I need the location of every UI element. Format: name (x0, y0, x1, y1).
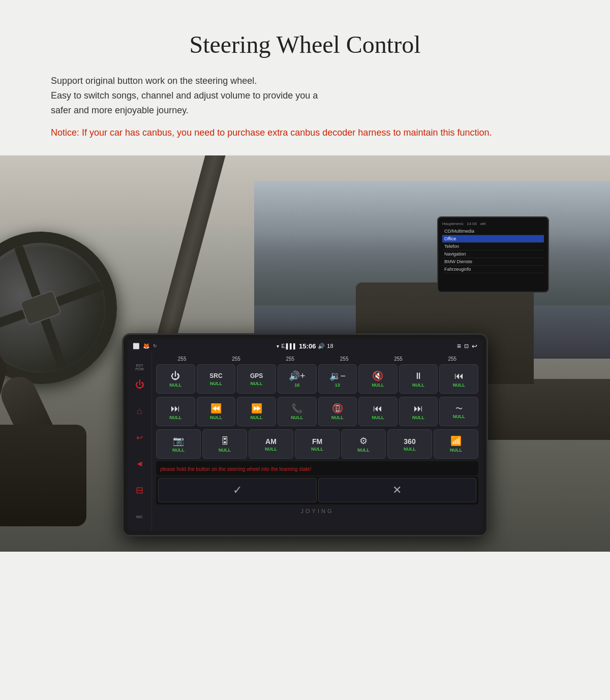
btn-skip-back[interactable]: ⏮ NULL (358, 397, 398, 426)
sb-left: ⬜ 🦊 ↻ (133, 343, 273, 349)
signal-bars: E.▌▌▌ (281, 343, 297, 349)
next-fast-icon: ⏭ (171, 404, 180, 413)
mute-label: NULL (372, 383, 384, 388)
btn-pause[interactable]: ⏸ NULL (399, 364, 438, 394)
fox-icon: 🦊 (143, 343, 150, 349)
rst-pow-group: RST POW ⏻ (132, 359, 148, 393)
next-fast-label: NULL (169, 415, 181, 420)
btn-grid-row2: ⏭ NULL ⏪ NULL ⏩ NULL (154, 395, 480, 428)
btn-mute[interactable]: 🔇 NULL (358, 364, 398, 394)
val-2: 255 (221, 356, 251, 362)
src-cell-label: NULL (210, 381, 222, 386)
val-1: 255 (167, 356, 197, 362)
side-controls: RST POW ⏻ ⌂ ↩ ◄ (128, 353, 152, 531)
rst-pow-label: RST POW (132, 359, 148, 375)
btn-bluetooth[interactable]: 📶 NULL (434, 429, 478, 459)
brand-label: JOYING (154, 506, 480, 516)
vol-down-button[interactable]: ⊟ (132, 482, 148, 498)
status-time: 15:06 (299, 342, 316, 350)
desc-line2: Easy to switch songs, channel and adjust… (51, 90, 318, 101)
vol-down-icon: ⊟ (136, 485, 143, 496)
nav-button[interactable]: ◄ (132, 456, 148, 472)
dash-menu-telefon: Telefon (442, 243, 544, 250)
power-cell-label: NULL (169, 383, 181, 388)
camera-label: NULL (172, 448, 185, 453)
end-call-icon: 📵 (332, 404, 343, 413)
confirm-button[interactable]: ✓ (158, 478, 317, 502)
btn-eq[interactable]: 〜 NULL (439, 397, 478, 426)
prev-label: NULL (453, 383, 465, 388)
btn-am[interactable]: AM NULL (249, 429, 293, 459)
rewind-icon: ⏪ (210, 404, 222, 413)
power-icon: ⏻ (135, 379, 144, 390)
vol-up-icon: 🔊+ (289, 371, 306, 380)
vol-down-cell-icon: 🔉− (329, 371, 346, 380)
btn-vol-down-cell[interactable]: 🔉− 13 (318, 364, 357, 394)
bmw-display-inner: Hauptmenü 14:04 afri CD/Multimedia Offic… (438, 217, 548, 292)
src-cell-icon: SRC (209, 373, 222, 379)
btn-call[interactable]: 📞 NULL (278, 397, 317, 426)
skip-back-label: NULL (372, 415, 384, 420)
sb-center: ▾ E.▌▌▌ 15:06 🔊 18 (277, 342, 333, 350)
power-cell-icon: ⏻ (171, 371, 180, 380)
cancel-icon: ✕ (392, 484, 402, 497)
volume-icon-sb: 🔊 (318, 343, 325, 349)
val-3: 255 (275, 356, 306, 362)
menu-icon-sb[interactable]: ≡ (457, 342, 461, 350)
main-area: RST POW ⏻ ⌂ ↩ ◄ (128, 353, 482, 531)
end-call-label: NULL (331, 415, 344, 420)
btn-power[interactable]: ⏻ NULL (156, 364, 195, 394)
settings-label: NULL (357, 448, 370, 453)
skip-back-icon: ⏮ (373, 404, 382, 413)
fm-label: NULL (311, 447, 323, 452)
skip-fwd-icon: ⏭ (414, 404, 423, 413)
btn-360[interactable]: 360 NULL (387, 429, 432, 459)
btn-rewind[interactable]: ⏪ NULL (197, 397, 236, 426)
eq2-icon: 🎛 (220, 436, 229, 446)
btn-camera[interactable]: 📷 NULL (156, 429, 201, 459)
nav-icon: ◄ (136, 459, 144, 468)
btn-skip-fwd[interactable]: ⏭ NULL (399, 397, 438, 426)
window-icon-sb[interactable]: ⊡ (464, 343, 469, 349)
eq-label: NULL (453, 414, 465, 419)
btn-gps[interactable]: GPS NULL (237, 364, 276, 394)
back-button[interactable]: ↩ (132, 429, 148, 446)
prev-icon: ⏮ (454, 371, 464, 380)
btn-prev[interactable]: ⏮ NULL (439, 364, 478, 394)
cancel-button[interactable]: ✕ (318, 478, 477, 502)
power-button[interactable]: ⏻ (132, 376, 148, 393)
btn-end-call[interactable]: 📵 NULL (318, 397, 357, 426)
btn-settings[interactable]: ⚙ NULL (341, 429, 386, 459)
page-title: Steering Wheel Control (51, 30, 559, 58)
btn-eq2[interactable]: 🎛 NULL (202, 429, 247, 459)
sb-right: ≡ ⊡ ↩ (337, 342, 477, 350)
action-row: ✓ ✕ (156, 476, 478, 504)
btn-next-fast[interactable]: ⏭ NULL (156, 397, 195, 426)
am-label: NULL (265, 447, 277, 452)
bmw-display: Hauptmenü 14:04 afri CD/Multimedia Offic… (437, 216, 549, 293)
notice-bar-text: please hold the button on the steering w… (160, 466, 311, 472)
head-unit: ⬜ 🦊 ↻ ▾ E.▌▌▌ 15:06 🔊 18 ≡ ⊡ ↩ (122, 333, 488, 536)
top-section: Steering Wheel Control Support original … (0, 0, 610, 155)
head-unit-wrapper: ⬜ 🦊 ↻ ▾ E.▌▌▌ 15:06 🔊 18 ≡ ⊡ ↩ (122, 333, 488, 536)
status-bar: ⬜ 🦊 ↻ ▾ E.▌▌▌ 15:06 🔊 18 ≡ ⊡ ↩ (128, 339, 482, 353)
back-icon-sb[interactable]: ↩ (472, 342, 477, 350)
am-text: AM (265, 437, 277, 446)
pause-label: NULL (412, 383, 424, 388)
rst-pow-text: RST POW (132, 364, 148, 371)
dash-menu-fz: Fahrzeuginfo (442, 266, 544, 273)
desc-line3: safer and more enjoyable journey. (51, 105, 189, 115)
vol-up-label: 16 (294, 383, 299, 388)
refresh-icon: ↻ (153, 343, 157, 348)
back-icon: ↩ (136, 433, 143, 442)
settings-icon: ⚙ (359, 436, 368, 446)
360-label: NULL (404, 447, 416, 452)
btn-ff[interactable]: ⏩ NULL (237, 397, 276, 426)
btn-src[interactable]: SRC NULL (197, 364, 236, 394)
btn-vol-up[interactable]: 🔊+ 16 (278, 364, 317, 394)
home-icon-sb: ⬜ (133, 343, 140, 349)
dash-menu-cdi: CD/Multimedia (442, 228, 544, 235)
btn-fm[interactable]: FM NULL (295, 429, 340, 459)
home-button[interactable]: ⌂ (132, 403, 148, 419)
bluetooth-label: NULL (450, 448, 462, 453)
